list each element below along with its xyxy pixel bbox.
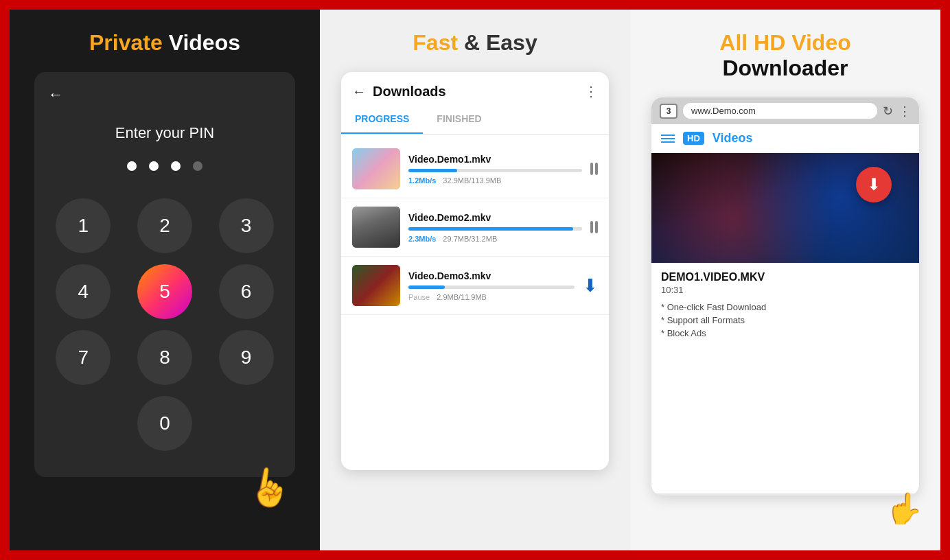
refresh-icon[interactable]: ↻: [883, 104, 893, 119]
title-private: Private: [89, 30, 163, 55]
url-bar[interactable]: www.Demo.com: [683, 103, 877, 119]
title-easy: Easy: [486, 30, 537, 55]
hd-badge: HD: [683, 132, 704, 145]
browser-more-icon[interactable]: ⋮: [899, 104, 911, 119]
download-item-3: Video.Demo3.mkv Pause 2.9MB/11.9MB ⬇: [341, 257, 609, 315]
panel1-title: Private Videos: [89, 30, 240, 56]
feature-2: * Support all Formats: [661, 315, 910, 325]
fab-download-button[interactable]: ⬇: [856, 167, 892, 202]
downloads-title: Downloads: [373, 84, 446, 100]
progress-stats-2: 2.3Mb/s 29.7MB/31.2MB: [408, 235, 582, 243]
pause-btn-1[interactable]: [590, 163, 598, 175]
finger-hand-icon: ☝: [244, 464, 296, 513]
speed-1: 1.2Mb/s: [408, 176, 436, 185]
yellow-hand-icon: 👆: [885, 491, 919, 493]
progress-stats-1: 1.2Mb/s 32.9MB/113.9MB: [408, 176, 582, 185]
download-thumb-1: [352, 148, 400, 189]
panel-downloads: Fast & Easy ← Downloads ⋮ PROGRESS FINIS…: [320, 10, 630, 550]
download-info-3: Video.Demo3.mkv Pause 2.9MB/11.9MB: [408, 270, 575, 301]
downloads-title-row: ← Downloads: [352, 84, 446, 100]
progress-bg-3: [408, 285, 575, 289]
downloads-back-arrow[interactable]: ←: [352, 84, 366, 100]
title-videos: Videos: [163, 30, 240, 55]
feature-1: * One-click Fast Download: [661, 302, 910, 312]
phone-screen-3: 3 www.Demo.com ↻ ⋮ HD Videos: [651, 97, 919, 495]
panel2-title: Fast & Easy: [413, 30, 537, 56]
downloads-tabs: PROGRESS FINISHED: [341, 105, 609, 135]
feature-list: * One-click Fast Download * Support all …: [661, 302, 910, 338]
phone-screen-1: ← Enter your PIN 1 2 3 4 5 6 7 8 9 0: [34, 72, 295, 477]
phone-screen-2: ← Downloads ⋮ PROGRESS FINISHED Video.De…: [341, 72, 609, 470]
hamburger-icon[interactable]: [661, 135, 675, 143]
feature-3: * Block Ads: [661, 328, 910, 338]
browser-bar: 3 www.Demo.com ↻ ⋮: [651, 97, 919, 124]
pin-dots-row: [127, 161, 202, 171]
video-info: DEMO1.VIDEO.MKV 10:31 * One-click Fast D…: [651, 263, 919, 347]
app-header: HD Videos: [651, 124, 919, 153]
downloads-more-icon[interactable]: ⋮: [584, 83, 598, 100]
title-and: &: [458, 30, 486, 55]
key-3[interactable]: 3: [219, 198, 274, 253]
size-1: 32.9MB/113.9MB: [443, 176, 501, 185]
pin-dot-4: [193, 161, 202, 171]
video-title: DEMO1.VIDEO.MKV: [661, 271, 910, 283]
tab-count: 3: [660, 104, 677, 119]
filename-1: Video.Demo1.mkv: [408, 154, 582, 165]
title-all-hd: All HD Video: [719, 30, 850, 55]
download-item-2: Video.Demo2.mkv 2.3Mb/s 29.7MB/31.2MB: [341, 198, 609, 257]
app-container: Private Videos ← Enter your PIN 1 2 3 4 …: [7, 7, 943, 553]
size-2: 29.7MB/31.2MB: [443, 235, 497, 243]
panel3-title: All HD Video Downloader: [719, 30, 850, 81]
progress-bg-1: [408, 169, 582, 172]
app-title: Videos: [712, 131, 753, 145]
filename-2: Video.Demo2.mkv: [408, 212, 582, 223]
key-2[interactable]: 2: [137, 198, 192, 253]
keypad: 1 2 3 4 5 6 7 8 9 0: [48, 198, 281, 451]
download-thumb-2: [352, 207, 400, 248]
progress-bg-2: [408, 227, 582, 231]
panel-hd-downloader: All HD Video Downloader 3 www.Demo.com ↻…: [630, 10, 940, 550]
pin-dot-1: [127, 161, 137, 171]
pause-btn-2[interactable]: [590, 221, 598, 233]
back-arrow-icon[interactable]: ←: [48, 86, 63, 104]
title-fast: Fast: [413, 30, 458, 55]
key-0[interactable]: 0: [137, 396, 192, 451]
filename-3: Video.Demo3.mkv: [408, 270, 575, 281]
pin-dot-3: [171, 161, 181, 171]
pause-label-3: Pause: [408, 293, 430, 301]
app-content: HD Videos DEMO1.VIDEO.MKV 10:31 * One-cl…: [651, 124, 919, 493]
download-info-2: Video.Demo2.mkv 2.3Mb/s 29.7MB/31.2MB: [408, 212, 582, 243]
download-list: Video.Demo1.mkv 1.2Mb/s 32.9MB/113.9MB: [341, 135, 609, 320]
progress-fill-3: [408, 285, 445, 289]
downloads-header: ← Downloads ⋮: [341, 72, 609, 100]
download-btn-3[interactable]: ⬇: [583, 275, 598, 296]
key-8[interactable]: 8: [137, 330, 192, 385]
progress-fill-1: [408, 169, 457, 172]
progress-fill-2: [408, 227, 573, 231]
key-1[interactable]: 1: [56, 198, 111, 253]
pin-label: Enter your PIN: [115, 124, 214, 142]
key-4[interactable]: 4: [56, 264, 111, 319]
download-info-1: Video.Demo1.mkv 1.2Mb/s 32.9MB/113.9MB: [408, 154, 582, 185]
progress-stats-3: Pause 2.9MB/11.9MB: [408, 293, 575, 301]
download-thumb-3: [352, 265, 400, 306]
pin-dot-2: [149, 161, 159, 171]
panel-private-videos: Private Videos ← Enter your PIN 1 2 3 4 …: [10, 10, 320, 550]
key-6[interactable]: 6: [219, 264, 274, 319]
tab-progress[interactable]: PROGRESS: [341, 105, 423, 134]
tab-finished[interactable]: FINISHED: [423, 105, 495, 134]
title-downloader: Downloader: [722, 56, 848, 80]
video-duration: 10:31: [661, 285, 910, 295]
fab-download-icon: ⬇: [867, 175, 881, 194]
key-5[interactable]: 5: [137, 264, 192, 319]
size-3: 2.9MB/11.9MB: [437, 293, 487, 301]
key-7[interactable]: 7: [56, 330, 111, 385]
key-9[interactable]: 9: [219, 330, 274, 385]
speed-2: 2.3Mb/s: [408, 235, 436, 243]
download-item-1: Video.Demo1.mkv 1.2Mb/s 32.9MB/113.9MB: [341, 140, 609, 198]
